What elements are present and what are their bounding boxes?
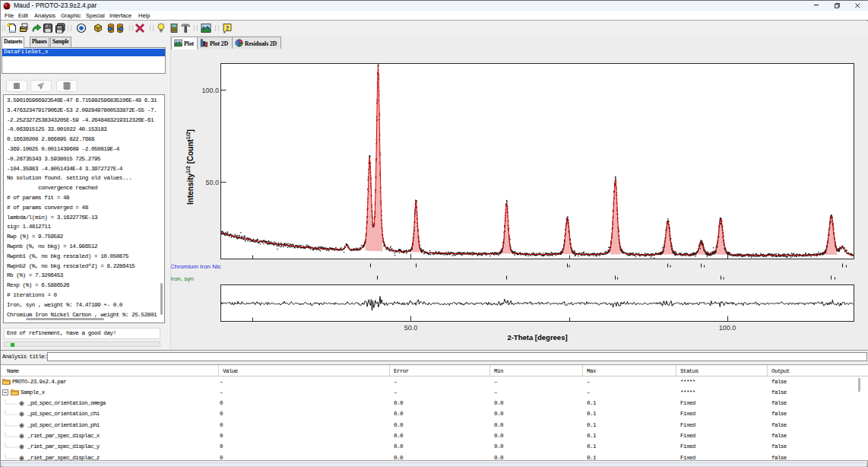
svg-text:?: ? (226, 24, 230, 32)
svg-text:50.0: 50.0 (404, 324, 418, 332)
svg-text:Iron, syn: Iron, syn (171, 275, 194, 282)
svg-text:100.0: 100.0 (201, 87, 219, 94)
svg-text:50.0: 50.0 (205, 179, 219, 186)
svg-text:Intensity1/2 [Count1/2]: Intensity1/2 [Count1/2] (185, 129, 195, 205)
svg-text:Chromium Iron Nic: Chromium Iron Nic (171, 263, 221, 270)
svg-text:100.0: 100.0 (719, 324, 737, 332)
svg-text:2-Theta [degrees]: 2-Theta [degrees] (507, 333, 567, 342)
